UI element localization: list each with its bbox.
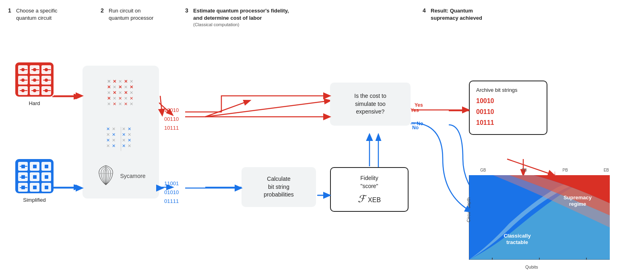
svg-text:✕: ✕ xyxy=(130,96,133,101)
svg-text:✕: ✕ xyxy=(128,143,131,148)
step-1-header: 1 Choose a specificquantum circuit xyxy=(8,7,101,21)
svg-rect-54 xyxy=(45,175,48,179)
svg-text:✕: ✕ xyxy=(113,79,116,84)
svg-rect-56 xyxy=(33,186,37,189)
svg-text:✕: ✕ xyxy=(107,85,111,89)
svg-text:✕: ✕ xyxy=(130,79,133,84)
main-container: 1 Choose a specificquantum circuit 2 Run… xyxy=(0,0,644,271)
svg-text:✕: ✕ xyxy=(130,101,133,106)
yes-label: Yes xyxy=(411,108,419,113)
svg-text:✕: ✕ xyxy=(124,90,128,95)
step-3-number: 3 xyxy=(185,7,191,14)
svg-text:✕: ✕ xyxy=(122,138,126,143)
steps-row: 1 Choose a specificquantum circuit 2 Run… xyxy=(8,7,636,31)
svg-text:✕: ✕ xyxy=(112,132,116,137)
decision-label: Is the cost tosimulate tooexpensive? xyxy=(336,92,404,116)
archive-bit-3: 10111 xyxy=(476,117,540,128)
svg-text:Yes: Yes xyxy=(415,102,423,108)
archive-bit-2: 00110 xyxy=(476,106,540,117)
svg-rect-50 xyxy=(33,165,37,168)
y-axis-label: Circuit depth xyxy=(466,197,471,222)
svg-text:✕: ✕ xyxy=(124,96,128,101)
step-3-title: Estimate quantum processor's fidelity,an… xyxy=(193,7,289,21)
red-bit-2: 00110 xyxy=(164,115,179,124)
svg-text:✕: ✕ xyxy=(128,126,131,131)
step-col-3: 3 Estimate quantum processor's fidelity,… xyxy=(185,7,423,27)
fidelity-math: ℱ XEB xyxy=(337,193,401,205)
svg-text:✕: ✕ xyxy=(113,101,116,106)
step-4-number: 4 xyxy=(423,7,428,14)
blue-bit-1: 11001 xyxy=(164,179,179,188)
svg-text:✕: ✕ xyxy=(106,126,110,131)
svg-text:✕: ✕ xyxy=(106,138,110,143)
hard-label: Hard xyxy=(15,100,54,106)
step-4-header: 4 Result: Quantumsupremacy achieved xyxy=(423,7,568,21)
svg-rect-53 xyxy=(33,175,37,179)
chart-top-labels: GB TB PB EB xyxy=(480,168,609,172)
svg-text:✕: ✕ xyxy=(107,90,111,95)
svg-line-5 xyxy=(205,101,330,117)
svg-text:✕: ✕ xyxy=(112,143,116,148)
svg-text:✕: ✕ xyxy=(107,101,111,106)
simplified-chip-area: ✕ ✕ ✕ ✕ ✕ ✕ ✕ ✕ ✕ ✕ ✕ ✕ ✕ ✕ ✕ xyxy=(105,125,136,153)
sycamore-label: Sycamore xyxy=(120,173,145,179)
svg-text:✕: ✕ xyxy=(118,90,122,95)
svg-text:✕: ✕ xyxy=(122,126,126,131)
svg-text:✕: ✕ xyxy=(113,90,116,95)
hard-circuit-block: Hard xyxy=(15,62,54,106)
svg-text:✕: ✕ xyxy=(112,126,116,131)
archive-bit-1: 10010 xyxy=(476,95,540,106)
svg-text:✕: ✕ xyxy=(124,79,128,84)
chart-label-eb: EB xyxy=(604,168,609,172)
no-label: — No xyxy=(411,121,423,126)
hard-chip-grid: ✕ ✕ ✕ ✕ ✕ ✕ ✕ ✕ ✕ ✕ ✕ ✕ ✕ ✕ ✕ ✕ ✕ xyxy=(104,77,138,113)
red-bits-group: 10010 00110 10111 xyxy=(164,106,179,132)
svg-text:✕: ✕ xyxy=(113,85,116,89)
chart-svg: Supremacy regime Classically tractable 2… xyxy=(469,175,610,260)
red-bit-3: 10111 xyxy=(164,124,179,132)
supremacy-text: Supremacy xyxy=(564,194,592,201)
step-col-1: 1 Choose a specificquantum circuit xyxy=(8,7,101,21)
simplified-label: Simplified xyxy=(15,197,54,203)
step-col-2: 2 Run circuit onquantum processor xyxy=(101,7,185,21)
supremacy-regime-text: regime xyxy=(569,201,586,207)
svg-text:✕: ✕ xyxy=(124,85,128,89)
svg-text:✕: ✕ xyxy=(128,132,131,137)
chart-label-gb: GB xyxy=(480,168,486,172)
step-4-title: Result: Quantumsupremacy achieved xyxy=(431,7,482,21)
x-axis-label: Qubits xyxy=(525,265,538,269)
tractable-text: Classically xyxy=(504,233,531,239)
simplified-circuit-block: Simplified xyxy=(15,159,54,203)
svg-rect-51 xyxy=(45,165,48,168)
hard-chip-svg: ✕ ✕ ✕ ✕ ✕ ✕ ✕ ✕ ✕ ✕ ✕ ✕ ✕ ✕ ✕ ✕ ✕ xyxy=(104,77,138,112)
step-3-header: 3 Estimate quantum processor's fidelity,… xyxy=(185,7,423,27)
blue-bit-3: 01111 xyxy=(164,197,179,206)
calculate-box: Calculatebit stringprobabilities xyxy=(242,167,316,207)
blue-bits-group: 11001 01010 01111 xyxy=(164,179,179,206)
svg-text:✕: ✕ xyxy=(118,85,122,89)
step-1-title: Choose a specificquantum circuit xyxy=(16,7,58,21)
chart-area: GB TB PB EB ↓ Supremacy regi xyxy=(469,175,622,264)
step-1-number: 1 xyxy=(8,7,14,14)
svg-text:✕: ✕ xyxy=(112,138,116,143)
diagram: Hard xyxy=(8,38,636,271)
calculate-label: Calculatebit stringprobabilities xyxy=(247,175,310,199)
red-bit-1: 10010 xyxy=(164,106,179,115)
svg-text:✕: ✕ xyxy=(118,96,122,101)
pb-arrow: ↓ xyxy=(553,170,556,176)
fidelity-box: Fidelity"score" ℱ XEB xyxy=(330,167,409,212)
svg-text:✕: ✕ xyxy=(106,143,110,148)
svg-text:✕: ✕ xyxy=(107,96,111,101)
svg-text:✕: ✕ xyxy=(122,132,126,137)
svg-text:✕: ✕ xyxy=(118,101,122,106)
svg-text:✕: ✕ xyxy=(118,79,122,84)
hard-circuit-icon xyxy=(15,62,54,97)
step-col-4: 4 Result: Quantumsupremacy achieved xyxy=(423,7,568,21)
tractable-text2: tractable xyxy=(506,239,528,245)
step-2-number: 2 xyxy=(101,7,106,14)
sycamore-area: Sycamore xyxy=(96,165,145,187)
chart-label-pb: PB xyxy=(563,168,568,172)
sycamore-icon xyxy=(96,165,116,187)
simplified-circuit-icon xyxy=(15,159,54,193)
svg-line-126 xyxy=(507,159,554,175)
